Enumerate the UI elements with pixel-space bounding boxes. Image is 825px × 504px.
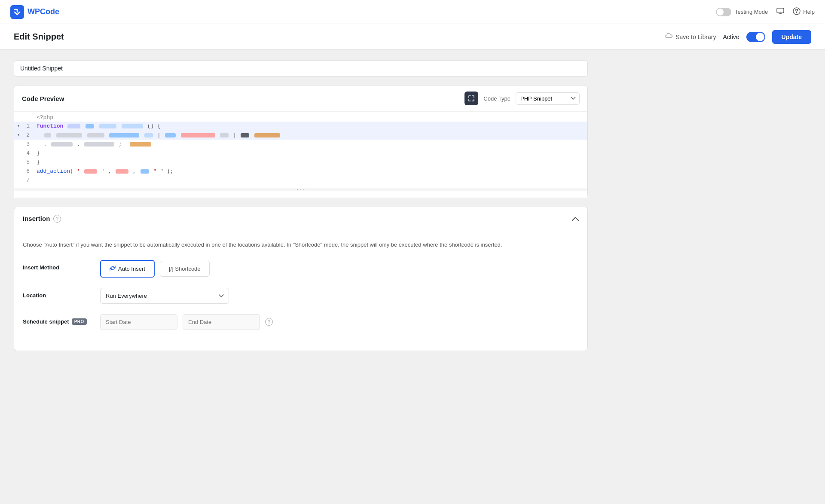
insertion-body: Choose "Auto Insert" if you want the sni… bbox=[14, 230, 587, 351]
end-date-input[interactable] bbox=[183, 314, 260, 330]
location-row: Location Run Everywhere Header Footer Be… bbox=[23, 288, 579, 304]
insertion-help-icon[interactable]: ? bbox=[53, 215, 61, 223]
code-preview-actions: Code Type PHP Snippet JavaScript Snippet… bbox=[464, 92, 580, 105]
linenum-3: 3 bbox=[23, 141, 35, 147]
active-toggle[interactable] bbox=[746, 32, 765, 42]
help-button[interactable]: Help bbox=[793, 7, 815, 16]
linenum-6: 6 bbox=[23, 168, 35, 174]
insertion-header: Insertion ? bbox=[14, 207, 587, 230]
code-editor[interactable]: <?php ▾ 1 function () { ▾ 2 bbox=[14, 112, 587, 198]
location-controls: Run Everywhere Header Footer Before Post… bbox=[100, 288, 579, 304]
linenum-1: 1 bbox=[23, 123, 35, 129]
page-title: Edit Snippet bbox=[14, 32, 64, 42]
linenum-7: 7 bbox=[23, 177, 35, 183]
insertion-title-group: Insertion ? bbox=[23, 215, 61, 223]
code-line-1: ▾ 1 function () { bbox=[14, 122, 587, 131]
location-select[interactable]: Run Everywhere Header Footer Before Post… bbox=[100, 288, 229, 304]
code-preview-title: Code Preview bbox=[22, 95, 64, 102]
update-button[interactable]: Update bbox=[772, 30, 811, 44]
linenum-2: 2 bbox=[23, 132, 35, 138]
schedule-snippet-row: Schedule snippet PRO ? bbox=[23, 314, 579, 330]
expand-button[interactable] bbox=[464, 92, 478, 105]
page-header: Edit Snippet Save to Library Active Upda… bbox=[0, 24, 825, 50]
shortcode-label: [/] Shortcode bbox=[169, 266, 201, 272]
code-line-4: 4 } bbox=[14, 149, 587, 158]
main-content: Code Preview Code Type PHP Snippet JavaS… bbox=[0, 50, 602, 361]
insert-method-controls: Auto Insert [/] Shortcode bbox=[100, 260, 579, 278]
logo-text: WPCode bbox=[28, 7, 59, 16]
location-select-wrapper: Run Everywhere Header Footer Before Post… bbox=[100, 288, 229, 304]
code-line-5: 5 } bbox=[14, 158, 587, 167]
snippet-name-input[interactable] bbox=[14, 60, 588, 76]
code-resize-handle[interactable]: ··· bbox=[14, 188, 587, 191]
arrow-7 bbox=[14, 177, 23, 177]
help-label: Help bbox=[803, 9, 815, 15]
code-line-3: 3 . . ; bbox=[14, 140, 587, 149]
line-arrow-pre bbox=[14, 114, 23, 115]
nav-actions: Testing Mode Help bbox=[716, 7, 815, 16]
schedule-help-icon[interactable]: ? bbox=[265, 318, 273, 326]
testing-mode-label: Testing Mode bbox=[735, 9, 768, 15]
pro-badge: PRO bbox=[72, 318, 87, 325]
location-label: Location bbox=[23, 288, 92, 299]
linecontent-3: . . ; bbox=[35, 141, 587, 147]
testing-mode-group: Testing Mode bbox=[716, 8, 768, 16]
active-label: Active bbox=[723, 34, 739, 40]
cloud-icon bbox=[665, 33, 673, 40]
arrow-4 bbox=[14, 150, 23, 150]
insert-method-label: Insert Method bbox=[23, 260, 92, 271]
shortcode-button[interactable]: [/] Shortcode bbox=[160, 261, 210, 277]
linecontent-2: | | bbox=[35, 132, 587, 138]
svg-rect-0 bbox=[777, 8, 784, 13]
save-library-label: Save to Library bbox=[675, 34, 716, 40]
code-line-2: ▾ 2 | | bbox=[14, 131, 587, 140]
code-type-label: Code Type bbox=[483, 95, 510, 102]
code-type-select[interactable]: PHP Snippet JavaScript Snippet CSS Snipp… bbox=[516, 92, 580, 105]
linecontent-4: } bbox=[35, 150, 587, 156]
code-preview-section: Code Preview Code Type PHP Snippet JavaS… bbox=[14, 85, 588, 198]
save-to-library-button[interactable]: Save to Library bbox=[665, 33, 716, 40]
schedule-label-group: Schedule snippet PRO bbox=[23, 314, 92, 325]
header-actions: Save to Library Active Update bbox=[665, 30, 811, 44]
refresh-icon bbox=[110, 265, 116, 272]
linecontent-6: add_action( ' ' , , " " ); bbox=[35, 168, 587, 174]
top-navigation: WPCode Testing Mode Help bbox=[0, 0, 825, 24]
arrow-6 bbox=[14, 168, 23, 168]
linenum-5: 5 bbox=[23, 159, 35, 165]
schedule-snippet-label: Schedule snippet bbox=[23, 318, 69, 325]
testing-mode-toggle[interactable] bbox=[716, 8, 731, 16]
schedule-controls: ? bbox=[100, 314, 579, 330]
code-preview-header: Code Preview Code Type PHP Snippet JavaS… bbox=[14, 86, 587, 112]
arrow-2: ▾ bbox=[14, 132, 23, 137]
logo-icon bbox=[10, 5, 24, 19]
linenum-4: 4 bbox=[23, 150, 35, 156]
start-date-input[interactable] bbox=[100, 314, 177, 330]
monitor-button[interactable] bbox=[776, 8, 784, 16]
monitor-icon bbox=[776, 8, 784, 16]
auto-insert-label: Auto Insert bbox=[118, 266, 145, 272]
insertion-description: Choose "Auto Insert" if you want the sni… bbox=[23, 241, 579, 250]
insertion-section: Insertion ? Choose "Auto Insert" if you … bbox=[14, 207, 588, 351]
logo-group: WPCode bbox=[10, 5, 59, 19]
collapse-icon[interactable] bbox=[572, 214, 579, 223]
resize-dots: ··· bbox=[296, 187, 306, 193]
linecontent-5: } bbox=[35, 159, 587, 165]
insert-method-row: Insert Method Auto Insert [/] Shortcode bbox=[23, 260, 579, 278]
code-line-6: 6 add_action( ' ' , , " " ); bbox=[14, 167, 587, 176]
line-content-pre: <?php bbox=[35, 114, 587, 121]
code-line-7: 7 bbox=[14, 176, 587, 188]
auto-insert-button[interactable]: Auto Insert bbox=[100, 260, 155, 278]
insertion-title: Insertion bbox=[23, 215, 50, 222]
arrow-1: ▾ bbox=[14, 123, 23, 128]
linecontent-1: function () { bbox=[35, 123, 587, 129]
help-icon bbox=[793, 7, 801, 16]
arrow-5 bbox=[14, 159, 23, 159]
arrow-3 bbox=[14, 141, 23, 141]
